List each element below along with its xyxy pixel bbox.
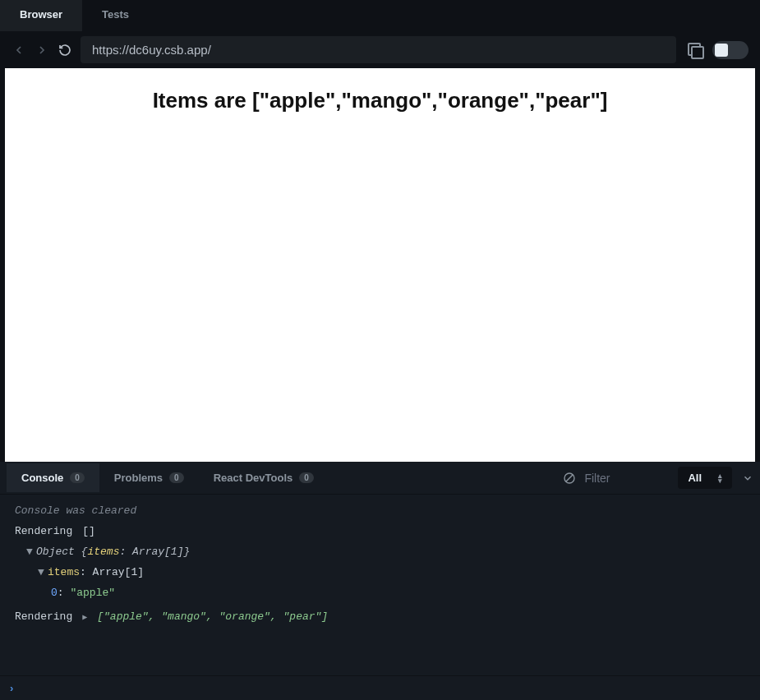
obj-items-key: items (87, 546, 119, 558)
console-log-object[interactable]: ▼Object {items: Array[1]} (26, 546, 745, 558)
console-badge: 0 (70, 472, 85, 483)
arr-item-3: "pear" (283, 610, 322, 623)
react-badge: 0 (299, 472, 314, 483)
triangle-down-icon: ▼ (38, 566, 48, 578)
prompt-chevron-icon: › (10, 682, 13, 694)
select-arrows-icon: ▴▾ (718, 473, 722, 483)
devtools-panel: Console 0 Problems 0 React DevTools 0 Al… (0, 462, 760, 700)
toolbar-right (684, 41, 748, 59)
url-toolbar: https://dc6uy.csb.app/ (0, 31, 760, 68)
console-log-render1: Rendering [] (15, 525, 745, 537)
render2-array: ["apple", "mango", "orange", "pear"] (97, 610, 328, 623)
panel-tabs: Console 0 Problems 0 React DevTools 0 Al… (0, 462, 760, 495)
chevron-down-icon[interactable] (742, 472, 753, 484)
console-object-items[interactable]: ▼items: Array[1] (38, 566, 745, 578)
arr-close: ] (321, 610, 328, 623)
panel-tab-problems[interactable]: Problems 0 (99, 463, 199, 492)
reload-icon[interactable] (58, 43, 72, 58)
idx0-sep: : (58, 587, 71, 599)
clear-console-icon[interactable] (563, 472, 576, 485)
obj-items-val: : Array[1]} (119, 546, 190, 558)
page-heading: Items are ["apple","mango","orange","pea… (21, 88, 739, 113)
svg-line-1 (566, 475, 573, 481)
back-icon[interactable] (12, 43, 26, 58)
open-window-icon[interactable] (688, 43, 702, 58)
items-val: : Array[1] (80, 566, 144, 578)
arr-item-0: "apple" (104, 610, 149, 623)
filter-input[interactable] (584, 472, 666, 485)
idx0-val: "apple" (70, 587, 115, 599)
items-key: items (48, 566, 80, 578)
arr-open: [ (97, 610, 104, 623)
render1-value: [] (82, 525, 95, 537)
forward-icon[interactable] (35, 43, 49, 58)
arr-item-2: "orange" (219, 610, 270, 623)
filter-select-label: All (688, 472, 702, 484)
triangle-right-icon: ▶ (82, 612, 87, 622)
arr-item-1: "mango" (161, 610, 206, 623)
triangle-down-icon: ▼ (26, 546, 36, 558)
top-tabs: Browser Tests (0, 0, 760, 31)
panel-tab-problems-label: Problems (114, 472, 163, 484)
tab-tests[interactable]: Tests (82, 0, 149, 31)
console-body: Console was cleared Rendering [] ▼Object… (0, 495, 760, 675)
toggle-switch[interactable] (712, 41, 748, 59)
url-input[interactable]: https://dc6uy.csb.app/ (81, 36, 676, 63)
console-prompt[interactable]: › (0, 675, 760, 700)
obj-text: Object { (36, 546, 87, 558)
problems-badge: 0 (169, 472, 184, 483)
panel-tab-react[interactable]: React DevTools 0 (199, 463, 329, 492)
panel-tab-console-label: Console (21, 472, 63, 484)
filter-select[interactable]: All ▴▾ (678, 467, 732, 489)
panel-tab-console[interactable]: Console 0 (7, 463, 99, 492)
idx0: 0 (51, 587, 58, 599)
panel-tab-react-label: React DevTools (214, 472, 293, 484)
console-log-render2[interactable]: Rendering ▶ ["apple", "mango", "orange",… (15, 610, 745, 623)
render2-label: Rendering (15, 610, 72, 623)
console-cleared-msg: Console was cleared (15, 504, 745, 517)
render1-label: Rendering (15, 525, 72, 537)
tab-browser[interactable]: Browser (0, 0, 82, 31)
console-array-item-0: 0: "apple" (51, 587, 745, 599)
preview-pane: Items are ["apple","mango","orange","pea… (5, 68, 755, 462)
